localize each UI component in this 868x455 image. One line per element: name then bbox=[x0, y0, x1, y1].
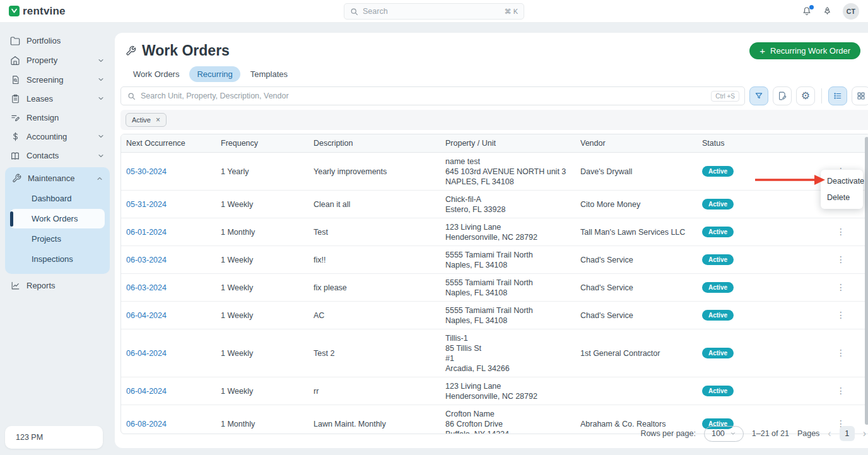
column-header-next-occurrence: Next Occurrence bbox=[121, 139, 216, 148]
sidebar-item-property[interactable]: Property bbox=[0, 50, 115, 70]
column-header-frequency: Frequency bbox=[216, 139, 308, 148]
user-avatar[interactable]: CT bbox=[843, 3, 859, 20]
vendor-cell bbox=[575, 387, 697, 394]
notifications-button[interactable] bbox=[802, 6, 812, 16]
sidebar-item-screening[interactable]: Screening bbox=[0, 70, 115, 89]
vendor-cell: Dave's Drywall bbox=[575, 163, 697, 180]
rows-per-page-select[interactable]: 100 bbox=[704, 426, 744, 442]
grid-view-button[interactable] bbox=[852, 86, 868, 105]
next-occurrence-link[interactable]: 06-04-2024 bbox=[126, 387, 167, 396]
table-row[interactable]: 06-01-2024 1 Monthly Test 123 Living Lan… bbox=[121, 218, 868, 246]
rows-per-page-value: 100 bbox=[712, 429, 725, 438]
sidebar-label: Screening bbox=[26, 75, 64, 85]
edit-note-icon bbox=[778, 92, 787, 100]
company-switcher[interactable]: 123 PM bbox=[5, 426, 103, 449]
chip-label: Active bbox=[132, 116, 151, 124]
table-row[interactable]: 05-31-2024 1 Weekly Clean it all Chick-f… bbox=[121, 191, 868, 218]
next-occurrence-link[interactable]: 06-04-2024 bbox=[126, 349, 167, 358]
description-cell: fix!! bbox=[308, 252, 440, 268]
table-search-input[interactable] bbox=[141, 92, 706, 100]
menu-item-deactivate[interactable]: Deactivate bbox=[821, 173, 863, 189]
rentvine-logo[interactable]: rentvine bbox=[9, 5, 66, 18]
table-row[interactable]: 05-30-2024 1 Yearly Yearly improvements … bbox=[121, 153, 868, 191]
sidebar-item-contacts[interactable]: Contacts bbox=[0, 146, 115, 165]
table-scrollbar[interactable] bbox=[865, 137, 868, 425]
sidebar-item-maintenance[interactable]: Maintenance bbox=[5, 168, 110, 188]
table-row[interactable]: 06-03-2024 1 Weekly fix!! 5555 Tamiami T… bbox=[121, 246, 868, 274]
sidebar-label: Maintenance bbox=[28, 174, 74, 183]
status-badge: Active bbox=[702, 282, 734, 293]
status-badge: Active bbox=[702, 254, 734, 265]
sidebar-item-inspections[interactable]: Inspections bbox=[10, 249, 105, 269]
tab-recurring[interactable]: Recurring bbox=[189, 66, 240, 82]
table-row[interactable]: 06-03-2024 1 Weekly fix please 5555 Tami… bbox=[121, 274, 868, 302]
previous-page-icon[interactable]: ‹ bbox=[828, 428, 831, 439]
work-orders-tabs: Work Orders Recurring Templates bbox=[120, 61, 868, 82]
sidebar-item-rentsign[interactable]: Rentsign bbox=[0, 108, 115, 127]
vendor-cell: Tall Man's Lawn Services LLC bbox=[575, 223, 697, 240]
table-row[interactable]: 06-04-2024 1 Weekly Test 2 Tillis-1 85 T… bbox=[121, 329, 868, 377]
search-icon bbox=[127, 92, 136, 100]
rocket-icon bbox=[823, 6, 832, 16]
kebab-menu-icon[interactable]: ⋮ bbox=[833, 346, 849, 359]
next-occurrence-link[interactable]: 05-30-2024 bbox=[126, 167, 167, 176]
next-occurrence-link[interactable]: 06-03-2024 bbox=[126, 256, 167, 264]
tab-work-orders[interactable]: Work Orders bbox=[126, 66, 187, 82]
sidebar-item-portfolios[interactable]: Portfolios bbox=[0, 31, 115, 50]
settings-button[interactable]: ⚙ bbox=[796, 86, 815, 105]
menu-item-delete[interactable]: Delete bbox=[821, 189, 863, 206]
next-occurrence-link[interactable]: 06-03-2024 bbox=[126, 283, 167, 292]
property-unit-cell: 5555 Tamiami Trail North Naples, FL 3410… bbox=[440, 246, 575, 273]
next-occurrence-link[interactable]: 06-01-2024 bbox=[126, 228, 167, 237]
sidebar-item-dashboard[interactable]: Dashboard bbox=[10, 189, 105, 208]
tab-templates[interactable]: Templates bbox=[243, 66, 295, 82]
kebab-menu-icon[interactable]: ⋮ bbox=[833, 253, 849, 266]
kebab-menu-icon[interactable]: ⋮ bbox=[833, 384, 849, 397]
sidebar-item-projects[interactable]: Projects bbox=[10, 229, 105, 249]
pagination-bar: Rows per page: 100 1–21 of 21 Pages ‹ 1 … bbox=[125, 424, 866, 443]
column-header-status: Status bbox=[697, 139, 828, 148]
next-occurrence-link[interactable]: 05-31-2024 bbox=[126, 200, 167, 209]
kebab-menu-icon[interactable]: ⋮ bbox=[833, 281, 849, 293]
global-search[interactable]: ⌘ K bbox=[344, 3, 524, 20]
vendor-cell: 1st General Contractor bbox=[575, 345, 697, 362]
new-recurring-work-order-button[interactable]: + Recurring Work Order bbox=[749, 42, 860, 59]
folder-icon bbox=[10, 36, 20, 46]
next-page-icon[interactable]: › bbox=[863, 428, 866, 439]
vendor-cell: Chad's Service bbox=[575, 251, 697, 268]
description-cell: Test 2 bbox=[308, 345, 440, 361]
current-page-button[interactable]: 1 bbox=[840, 426, 855, 441]
status-badge: Active bbox=[702, 227, 734, 237]
clipboard-icon bbox=[10, 94, 20, 103]
status-badge: Active bbox=[702, 386, 734, 396]
list-view-button[interactable] bbox=[828, 86, 847, 105]
property-unit-cell: 5555 Tamiami Trail North Naples, FL 3410… bbox=[440, 302, 575, 329]
kebab-menu-icon[interactable]: ⋮ bbox=[833, 225, 849, 238]
sidebar-label: Rentsign bbox=[26, 113, 59, 122]
sidebar-item-accounting[interactable]: Accounting bbox=[0, 127, 115, 146]
sidebar-item-work-orders[interactable]: Work Orders bbox=[10, 209, 105, 228]
search-icon bbox=[350, 8, 358, 16]
vendor-cell: Chad's Service bbox=[575, 279, 697, 296]
global-search-input[interactable] bbox=[363, 7, 500, 16]
book-icon bbox=[10, 151, 20, 161]
next-occurrence-link[interactable]: 06-04-2024 bbox=[126, 311, 167, 320]
description-cell: Test bbox=[308, 224, 440, 240]
saved-filters-button[interactable] bbox=[773, 86, 792, 105]
filter-chip-active[interactable]: Active × bbox=[126, 113, 167, 127]
sidebar-item-leases[interactable]: Leases bbox=[0, 89, 115, 108]
whats-new-button[interactable] bbox=[823, 6, 832, 16]
kebab-menu-icon[interactable]: ⋮ bbox=[833, 309, 849, 321]
chip-close-icon[interactable]: × bbox=[156, 115, 160, 124]
chart-icon bbox=[10, 281, 20, 290]
table-search[interactable]: Ctrl +S bbox=[120, 86, 745, 105]
filter-button[interactable] bbox=[749, 86, 768, 105]
table-row[interactable]: 06-04-2024 1 Weekly AC 5555 Tamiami Trai… bbox=[121, 302, 868, 329]
sidebar-item-reports[interactable]: Reports bbox=[0, 276, 115, 295]
property-unit-cell: Tillis-1 85 Tillis St #1 Arcadia, FL 342… bbox=[440, 329, 575, 377]
table-row[interactable]: 06-04-2024 1 Weekly rr 123 Living Lane H… bbox=[121, 377, 868, 405]
gear-icon: ⚙ bbox=[801, 91, 810, 101]
chevron-up-icon bbox=[96, 175, 103, 182]
status-badge: Active bbox=[702, 310, 734, 321]
status-badge: Active bbox=[702, 199, 734, 210]
